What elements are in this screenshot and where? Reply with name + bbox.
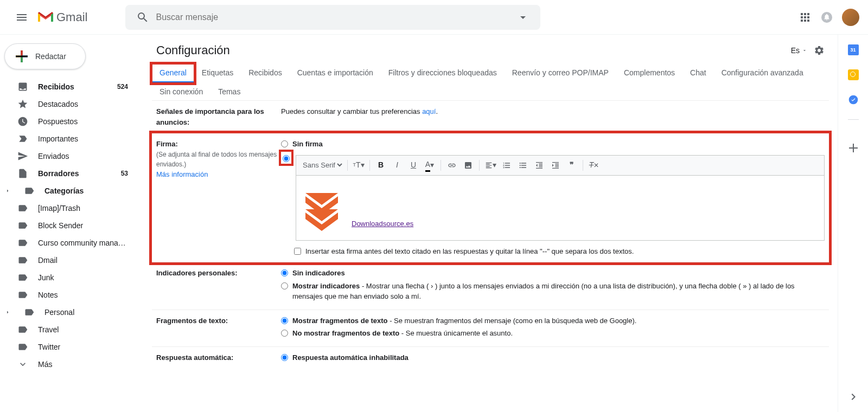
sidebar-item-4[interactable]: Enviados [0,147,135,165]
radio-show-snippets[interactable]: Mostrar fragmentos de texto - Se muestra… [281,316,825,326]
radio-no-indicators-input[interactable] [281,269,288,276]
tab-temas[interactable]: Temas [210,83,248,100]
keep-addon-icon[interactable] [848,69,859,80]
label-icon [17,203,28,214]
font-select[interactable]: Sans Serif [301,160,344,170]
sidebar-item-14[interactable]: Travel [0,321,135,338]
tab-general[interactable]: General [152,64,194,83]
setting-row-indicators: Indicadores personales: Sin indicadores … [152,262,829,310]
sidebar-item-label: Twitter [38,343,128,351]
sidebar-item-8[interactable]: Block Sender [0,217,135,234]
settings-main: Configuración Es GeneralEtiquetasRecibid… [139,35,838,412]
sidebar-item-13[interactable]: Personal [0,304,135,321]
text-color-button[interactable]: A▾ [422,158,437,173]
radio-show-snippets-input[interactable] [281,317,288,324]
calendar-addon-icon[interactable]: 31 [848,44,859,55]
apps-icon[interactable] [799,11,812,24]
italic-button[interactable]: I [390,158,405,173]
importance-link[interactable]: aquí [422,107,436,115]
notifications-icon[interactable] [820,11,833,24]
font-size-button[interactable]: TT▾ [351,158,366,173]
setting-row-snippets: Fragmentos de texto: Mostrar fragmentos … [152,310,829,347]
tab-sin-conexi-n[interactable]: Sin conexión [152,83,210,100]
sidebar-item-5[interactable]: Borradores53 [0,165,135,182]
numbered-list-button[interactable] [499,158,514,173]
tab-chat[interactable]: Chat [682,64,714,83]
setting-label-vacation: Respuesta automática: [156,352,281,365]
sidebar-item-label: Travel [38,325,128,334]
tab-complementos[interactable]: Complementos [616,64,682,83]
bullet-list-button[interactable] [515,158,531,173]
sent-icon [17,151,28,162]
search-options-icon[interactable] [516,11,529,24]
sidebar-item-0[interactable]: Recibidos524 [0,78,135,95]
tab-configuraci-n-avanzada[interactable]: Configuración avanzada [714,64,811,83]
menu-button[interactable] [9,4,35,30]
link-button[interactable] [444,158,459,173]
tasks-addon-icon[interactable] [848,94,859,105]
sidebar-item-12[interactable]: Notes [0,286,135,304]
sidebar-item-9[interactable]: Curso community mana… [0,234,135,252]
sidebar-item-1[interactable]: Destacados [0,95,135,113]
compose-plus-icon [16,50,28,62]
checkbox-insert-before[interactable]: Insertar esta firma antes del texto cita… [281,246,825,257]
sidebar-item-10[interactable]: Dmail [0,252,135,269]
sidebar-item-15[interactable]: Twitter [0,338,135,356]
image-button[interactable] [461,158,476,173]
search-box[interactable] [125,5,540,30]
setting-content-indicators: Sin indicadores Mostrar indicadores - Mo… [281,268,825,304]
setting-content-signature: Sin firma Sans Serif TT▾ B I [281,139,825,256]
remove-formatting-button[interactable]: T✕ [586,158,602,173]
radio-show-indicators[interactable]: Mostrar indicadores - Mostrar una flecha… [281,281,825,302]
gear-icon[interactable] [814,45,825,56]
tab-etiquetas[interactable]: Etiquetas [194,64,241,83]
radio-no-indicators[interactable]: Sin indicadores [281,268,825,279]
radio-no-signature-input[interactable] [281,140,288,147]
radio-hide-snippets-input[interactable] [281,330,288,337]
tab-cuentas-e-importaci-n[interactable]: Cuentas e importación [290,64,381,83]
sidebar-item-11[interactable]: Junk [0,269,135,286]
sidepanel-collapse-icon[interactable] [847,390,860,403]
draft-icon [17,168,28,179]
bold-button[interactable]: B [373,158,388,173]
expand-icon [4,188,11,194]
sidebar-item-7[interactable]: [Imap]/Trash [0,199,135,217]
body: Redactar Recibidos524DestacadosPospuesto… [0,35,868,412]
underline-button[interactable]: U [406,158,421,173]
sidebar: Redactar Recibidos524DestacadosPospuesto… [0,35,139,412]
add-addon-button[interactable] [848,143,859,153]
sidebar-item-label: Recibidos [38,82,107,91]
sidebar-item-label: Categorías [44,186,128,195]
tab-recibidos[interactable]: Recibidos [241,64,289,83]
gmail-logo[interactable]: Gmail [37,10,87,24]
search-input[interactable] [156,12,510,22]
signature-link[interactable]: Downloadsource.es [352,218,413,229]
quote-button[interactable]: ❞ [564,158,579,173]
sidebar-item-6[interactable]: Categorías [0,182,135,199]
sidebar-item-3[interactable]: Importantes [0,130,135,147]
radio-use-signature-input[interactable] [283,155,290,162]
indent-less-button[interactable] [532,158,547,173]
radio-no-signature[interactable]: Sin firma [281,139,825,150]
checkbox-insert-before-input[interactable] [294,248,301,255]
account-avatar[interactable] [842,9,859,26]
signature-more-link[interactable]: Más información [156,170,208,178]
sidebar-item-2[interactable]: Pospuestos [0,113,135,130]
radio-vacation-off-input[interactable] [281,354,288,361]
signature-editor[interactable]: Downloadsource.es [296,176,825,241]
label-icon [17,220,28,231]
compose-button[interactable]: Redactar [4,43,86,69]
align-button[interactable]: ▾ [483,158,498,173]
sidebar-item-label: Personal [44,308,128,317]
language-selector[interactable]: Es [791,46,807,55]
sidebar-item-16[interactable]: Más [0,356,135,373]
tab-reenv-o-y-correo-pop-imap[interactable]: Reenvío y correo POP/IMAP [505,64,616,83]
radio-vacation-off[interactable]: Respuesta automática inhabilitada [281,352,825,363]
radio-show-indicators-input[interactable] [281,282,288,289]
indent-more-button[interactable] [548,158,563,173]
important-icon [17,133,28,144]
tab-filtros-y-direcciones-bloqueadas[interactable]: Filtros y direcciones bloqueadas [381,64,505,83]
radio-use-signature[interactable]: Sans Serif TT▾ B I U A▾ ▾ [281,152,825,241]
header: Gmail [0,0,868,35]
radio-hide-snippets[interactable]: No mostrar fragmentos de texto - Se mues… [281,328,825,339]
